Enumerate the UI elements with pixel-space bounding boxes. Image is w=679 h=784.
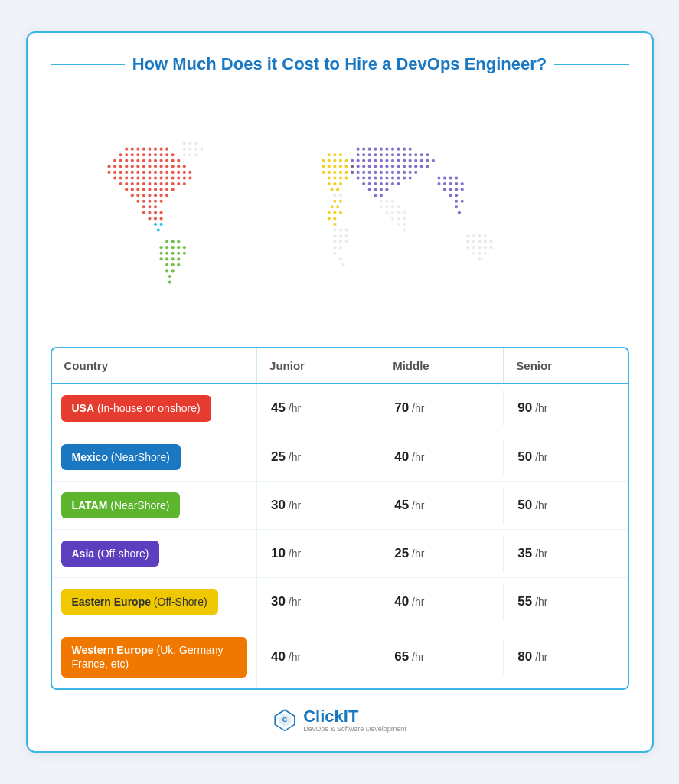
svg-point-164 bbox=[327, 177, 330, 180]
svg-point-206 bbox=[350, 159, 353, 162]
svg-point-59 bbox=[188, 171, 191, 174]
svg-point-61 bbox=[119, 177, 122, 180]
junior-rate: 30 /hr bbox=[257, 583, 380, 620]
svg-point-192 bbox=[408, 148, 411, 151]
svg-point-146 bbox=[338, 153, 341, 156]
table-row: Western Europe (Uk, Germany France, etc)… bbox=[52, 626, 628, 688]
svg-point-291 bbox=[194, 142, 197, 145]
middle-num: 40 bbox=[394, 594, 409, 609]
svg-point-304 bbox=[333, 234, 336, 237]
svg-point-344 bbox=[390, 217, 393, 220]
svg-point-214 bbox=[397, 159, 400, 162]
svg-point-276 bbox=[449, 182, 452, 185]
svg-point-257 bbox=[362, 182, 365, 185]
senior-num: 35 bbox=[517, 546, 532, 560]
svg-point-296 bbox=[182, 153, 185, 156]
svg-point-225 bbox=[374, 165, 377, 168]
svg-point-142 bbox=[168, 275, 171, 278]
logo-name: ClickIT bbox=[303, 707, 358, 726]
svg-point-45 bbox=[107, 171, 110, 174]
svg-point-213 bbox=[390, 159, 393, 162]
svg-point-260 bbox=[379, 182, 382, 185]
svg-point-177 bbox=[327, 211, 330, 214]
svg-point-311 bbox=[338, 246, 341, 249]
svg-point-151 bbox=[344, 159, 348, 162]
svg-point-74 bbox=[119, 182, 122, 185]
svg-point-72 bbox=[182, 177, 185, 180]
svg-point-4 bbox=[142, 148, 145, 151]
svg-point-27 bbox=[159, 159, 162, 162]
svg-point-81 bbox=[159, 182, 162, 185]
svg-point-169 bbox=[333, 182, 336, 185]
svg-point-288 bbox=[457, 211, 460, 214]
svg-point-160 bbox=[333, 171, 336, 174]
title-line-left bbox=[51, 64, 125, 65]
svg-point-349 bbox=[403, 229, 406, 232]
svg-point-21 bbox=[125, 159, 128, 162]
svg-point-200 bbox=[397, 153, 400, 156]
svg-point-101 bbox=[165, 194, 168, 197]
svg-point-65 bbox=[142, 177, 145, 180]
table-body: USA (In-house or onshore) 45 /hr 70 /hr … bbox=[52, 384, 628, 688]
logo-sub: DevOps & Software Development bbox=[303, 725, 406, 733]
svg-point-221 bbox=[350, 165, 353, 168]
senior-rate: 55 /hr bbox=[504, 583, 627, 620]
country-name: Mexico bbox=[72, 451, 108, 463]
svg-point-134 bbox=[165, 258, 168, 261]
svg-point-224 bbox=[367, 165, 371, 168]
svg-point-186 bbox=[374, 148, 377, 151]
svg-point-313 bbox=[338, 258, 341, 261]
svg-point-1 bbox=[125, 148, 128, 151]
svg-point-23 bbox=[136, 159, 139, 162]
svg-point-167 bbox=[344, 177, 348, 180]
svg-point-109 bbox=[153, 206, 156, 209]
svg-point-297 bbox=[188, 153, 191, 156]
svg-point-93 bbox=[165, 188, 168, 191]
svg-point-278 bbox=[460, 182, 463, 185]
svg-point-18 bbox=[171, 153, 174, 156]
svg-point-258 bbox=[367, 182, 371, 185]
svg-point-305 bbox=[338, 234, 341, 237]
svg-point-263 bbox=[397, 182, 400, 185]
svg-point-267 bbox=[385, 188, 388, 191]
country-badge: Eastern Europe (Off-Shore) bbox=[61, 589, 218, 615]
svg-point-242 bbox=[390, 171, 393, 174]
svg-point-80 bbox=[153, 182, 156, 185]
middle-rate: 45 /hr bbox=[380, 487, 504, 524]
svg-point-323 bbox=[489, 240, 492, 243]
country-cell: Asia (Off-shore) bbox=[52, 530, 258, 577]
svg-point-154 bbox=[333, 165, 336, 168]
svg-point-272 bbox=[449, 177, 452, 180]
svg-point-191 bbox=[403, 148, 406, 151]
svg-point-247 bbox=[356, 177, 359, 180]
svg-point-239 bbox=[374, 171, 377, 174]
svg-point-248 bbox=[362, 177, 365, 180]
svg-point-319 bbox=[466, 240, 469, 243]
svg-point-277 bbox=[455, 182, 458, 185]
col-junior: Junior bbox=[257, 348, 380, 383]
svg-point-216 bbox=[408, 159, 411, 162]
svg-point-84 bbox=[177, 182, 180, 185]
svg-point-298 bbox=[194, 153, 197, 156]
svg-point-287 bbox=[455, 206, 458, 209]
svg-point-79 bbox=[148, 182, 151, 185]
svg-point-96 bbox=[136, 194, 139, 197]
svg-point-43 bbox=[177, 165, 180, 168]
svg-point-136 bbox=[177, 258, 180, 261]
svg-point-149 bbox=[333, 159, 336, 162]
svg-point-105 bbox=[153, 200, 156, 203]
svg-point-318 bbox=[483, 234, 486, 237]
svg-point-92 bbox=[159, 188, 162, 191]
svg-point-137 bbox=[165, 263, 168, 266]
svg-point-299 bbox=[333, 194, 336, 197]
svg-point-12 bbox=[136, 153, 139, 156]
svg-point-31 bbox=[107, 165, 110, 168]
svg-point-153 bbox=[327, 165, 330, 168]
svg-point-144 bbox=[327, 153, 330, 156]
svg-point-309 bbox=[344, 240, 348, 243]
footer-logo-text: ClickIT DevOps & Software Development bbox=[303, 707, 406, 733]
svg-point-345 bbox=[397, 217, 400, 220]
svg-point-262 bbox=[390, 182, 393, 185]
svg-point-246 bbox=[414, 171, 417, 174]
svg-point-2 bbox=[130, 148, 133, 151]
